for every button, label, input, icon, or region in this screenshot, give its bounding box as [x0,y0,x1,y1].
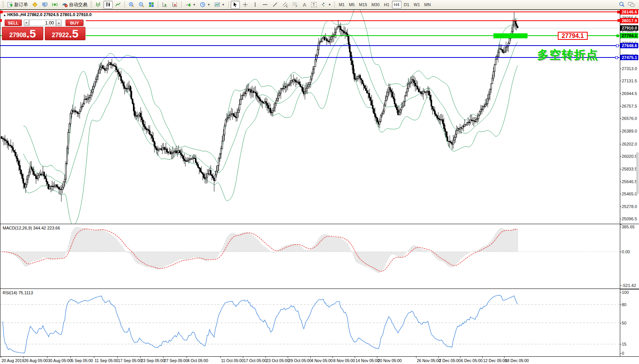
chevron-down-icon[interactable]: ▼ [193,3,196,7]
price-axis-label: 26389.0 [622,128,639,134]
horizontal-line-tool-button[interactable] [261,1,270,9]
volume-decrease-button[interactable]: ▼ [24,20,29,26]
text-label-icon: T [311,2,317,7]
price-level-label: 28017.9 [620,18,638,23]
highlight-rectangle[interactable] [493,33,528,38]
line-handle[interactable] [616,44,619,47]
timeframe-button-m5[interactable]: M5 [347,1,357,8]
trendline-tool-button[interactable] [270,1,280,9]
volume-increase-button[interactable]: ▲ [56,20,62,26]
periods-button[interactable]: ▼ [198,1,212,9]
timeframe-button-m1[interactable]: M1 [337,1,346,8]
time-axis-label: 4 Oct 05:00 [187,358,208,363]
rsi-axis-label: 50 [622,320,639,326]
auto-trading-button[interactable]: 自动交易 [60,1,89,9]
horizontal-line-27475.1[interactable] [0,57,619,58]
line-handle[interactable] [617,11,620,13]
price-axis-label: 26576.0 [622,116,639,121]
auto-scroll-button[interactable] [160,1,169,9]
time-axis-label: 14 Nov 05:00 [356,358,379,363]
line-handle[interactable] [0,11,3,13]
rsi-axis-label: 0 [622,351,639,356]
vertical-line-tool-button[interactable] [251,1,260,9]
arrows-tool-button[interactable]: ▼ [319,1,333,9]
timeframe-button-mn[interactable]: MN [422,1,433,8]
time-axis-tick [1,357,1,358]
chevron-down-icon[interactable]: ▼ [328,3,331,7]
price-tag-label[interactable]: 27794.1 [558,32,588,40]
timeframe-button-h4[interactable]: H4 [392,1,401,8]
fibonacci-tool-button[interactable]: F [290,1,300,9]
line-handle[interactable] [615,56,618,59]
collapse-arrow-icon[interactable]: ▲ [3,13,6,17]
text-tool-button[interactable]: A [300,1,309,9]
timeframe-button-h1[interactable]: H1 [382,1,392,8]
buy-price-button[interactable]: 27922 .5 [45,27,85,40]
time-axis-label: 11 Oct 05:00 [221,358,244,363]
price-level-label: 27910.0 [620,25,638,31]
zoom-in-button[interactable] [127,1,136,9]
line-chart-button[interactable] [113,1,123,9]
annotation-text[interactable]: 多空转折点 [537,47,598,63]
price-axis-tick [620,93,621,94]
toolbar-grip[interactable] [2,1,4,8]
price-axis-tick [620,182,621,182]
buy-button[interactable]: BUY [66,20,84,26]
chart-shift-button[interactable] [170,1,179,9]
chart-title: ▲ HK50-,H4 27862.0 27924.5 27801.0 27910… [3,12,92,17]
price-axis-label: 25278.0 [622,204,639,209]
chart-title-text: HK50-,H4 27862.0 27924.5 27801.0 27910.0 [7,12,92,17]
price-axis-tick [620,144,621,144]
signals-button[interactable] [50,1,59,9]
time-axis-tick [94,357,94,358]
price-axis-tick [620,305,621,305]
price-axis-tick [620,118,621,119]
chat-icon[interactable] [628,1,635,8]
sell-button[interactable]: SELL [5,20,22,26]
line-handle[interactable] [616,34,619,37]
horizontal-line-27648.6[interactable] [0,45,619,46]
metaeditor-icon [32,2,38,8]
channel-tool-button[interactable]: E [280,1,290,9]
chevron-down-icon[interactable]: ▼ [207,3,210,7]
tile-windows-icon [148,2,154,8]
time-axis-label: 11 Sep 05:00 [95,358,118,363]
text-label-tool-button[interactable]: T [310,1,318,9]
horizontal-line-28017.9[interactable] [0,20,619,21]
timeframe-button-m15[interactable]: M15 [357,1,369,8]
new-order-button[interactable]: 新订单 [5,1,29,9]
timeframe-button-d1[interactable]: D1 [402,1,411,8]
time-axis-label: 26 Aug 05:00 [24,358,48,363]
rsi-pane[interactable] [0,289,620,356]
timeframe-button-w1[interactable]: W1 [412,1,422,8]
tile-windows-button[interactable] [147,1,156,9]
metaeditor-button[interactable] [30,1,39,9]
time-axis-label: 20 Nov 05:00 [378,358,401,363]
indicators-button[interactable]: ▼ [184,1,197,9]
cursor-tool-button[interactable] [231,1,240,9]
trendline-icon [272,2,278,8]
horizontal-line-27910.0[interactable] [0,28,619,28]
sell-price-button[interactable]: 27908 .5 [2,27,43,40]
macd-axis-label: -521.42 [622,283,639,288]
horizontal-line-28146.6[interactable] [0,11,619,12]
candlestick-chart-button[interactable] [103,1,113,9]
templates-button[interactable]: ▼ [213,1,226,9]
main-chart-pane[interactable] [0,10,620,224]
volume-input[interactable] [29,20,56,26]
line-handle[interactable] [618,19,620,22]
terminal-button[interactable] [40,1,49,9]
time-axis[interactable]: 20 Aug 201926 Aug 05:0030 Aug 05:005 Sep… [0,357,639,364]
crosshair-tool-button[interactable] [241,1,250,9]
search-icon[interactable] [618,1,625,8]
timeframe-button-m30[interactable]: M30 [369,1,381,8]
macd-pane[interactable] [0,225,620,289]
zoom-out-button[interactable] [137,1,146,9]
bar-chart-button[interactable] [93,1,103,9]
indicators-icon [185,2,191,8]
sell-price-frac: .5 [26,28,36,39]
vertical-scrollbar-thumb[interactable] [636,152,639,194]
chevron-down-icon[interactable]: ▼ [222,3,225,7]
zoom-in-icon [128,2,134,8]
toolbar-grip[interactable] [90,1,92,8]
